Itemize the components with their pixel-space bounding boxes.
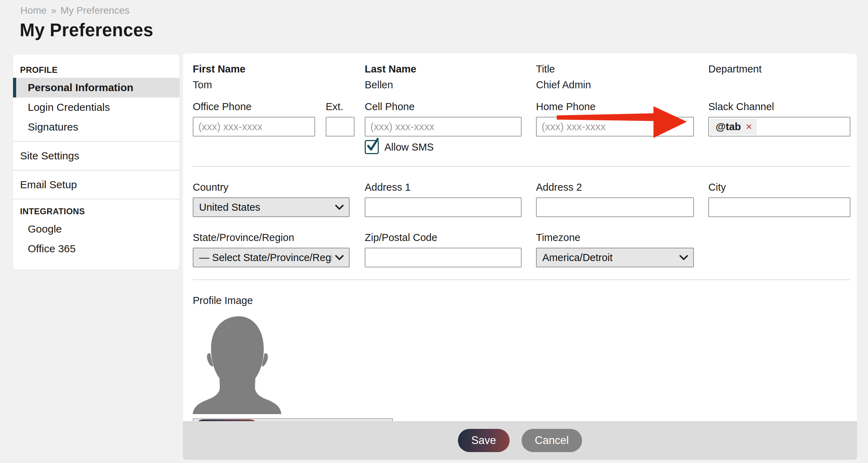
country-select[interactable]: United States <box>193 197 350 217</box>
sidebar-item-google[interactable]: Google <box>13 219 179 239</box>
field-office-phone: Office Phone Ext. <box>193 101 365 154</box>
checkmark-icon <box>366 138 381 154</box>
department-value <box>708 79 850 92</box>
sidebar-item-personal-information[interactable]: Personal Information <box>13 78 179 97</box>
first-name-label: First Name <box>193 63 365 75</box>
profile-image-label: Profile Image <box>193 295 850 306</box>
chevron-down-icon <box>679 255 688 260</box>
field-title: Title Chief Admin <box>536 63 708 92</box>
zip-label: Zip/Postal Code <box>365 232 536 243</box>
person-silhouette-icon <box>193 312 281 414</box>
sidebar-item-signatures[interactable]: Signatures <box>13 117 179 137</box>
sidebar-item-login-credentials[interactable]: Login Credentials <box>13 97 179 117</box>
field-country: Country United States <box>193 182 365 217</box>
field-home-phone: Home Phone <box>536 101 708 154</box>
sidebar-item-site-settings[interactable]: Site Settings <box>13 146 179 166</box>
sidebar-item-office-365[interactable]: Office 365 <box>13 239 179 259</box>
city-input[interactable] <box>708 197 850 217</box>
slack-channel-chip: @tab × <box>710 119 757 135</box>
allow-sms-checkbox[interactable] <box>365 140 379 154</box>
breadcrumb: Home » My Preferences <box>20 5 129 16</box>
address2-label: Address 2 <box>536 182 708 193</box>
sidebar-group-integrations: INTEGRATIONS Google Office 365 <box>13 199 179 262</box>
address1-input[interactable] <box>365 197 522 217</box>
timezone-label: Timezone <box>536 232 708 243</box>
cancel-button[interactable]: Cancel <box>522 429 582 452</box>
address1-label: Address 1 <box>365 182 536 193</box>
zip-input[interactable] <box>365 248 522 267</box>
save-button[interactable]: Save <box>458 429 510 452</box>
page-title: My Preferences <box>20 20 153 40</box>
field-state: State/Province/Region — Select State/Pro… <box>193 232 365 267</box>
ext-label: Ext. <box>326 101 355 113</box>
state-select-value: — Select State/Province/Region — <box>199 252 332 264</box>
sidebar-section-header-profile: PROFILE <box>13 62 179 78</box>
country-select-value: United States <box>199 202 332 213</box>
field-cell-phone: Cell Phone Allow SMS <box>365 101 536 154</box>
sidebar-section-header-integrations: INTEGRATIONS <box>13 204 179 219</box>
field-slack-channel: Slack Channel @tab × <box>708 101 850 154</box>
field-timezone: Timezone America/Detroit <box>536 232 708 267</box>
cell-phone-label: Cell Phone <box>365 101 536 113</box>
last-name-label: Last Name <box>365 63 536 75</box>
slack-channel-label: Slack Channel <box>708 101 850 113</box>
divider <box>193 166 850 167</box>
address2-input[interactable] <box>536 197 694 217</box>
office-phone-label: Office Phone <box>193 101 315 113</box>
home-phone-label: Home Phone <box>536 101 708 113</box>
divider <box>193 279 850 280</box>
ext-input[interactable] <box>326 117 355 137</box>
field-first-name: First Name Tom <box>193 63 365 92</box>
country-label: Country <box>193 182 365 193</box>
breadcrumb-home-link[interactable]: Home <box>20 5 47 16</box>
last-name-value: Bellen <box>365 79 536 92</box>
allow-sms-row: Allow SMS <box>365 140 536 154</box>
allow-sms-label: Allow SMS <box>384 141 434 153</box>
office-phone-input[interactable] <box>193 117 315 137</box>
sidebar-item-email-setup[interactable]: Email Setup <box>13 175 179 195</box>
timezone-select-value: America/Detroit <box>542 252 676 264</box>
profile-image-section: Profile Image choose file <box>193 295 850 437</box>
chevron-down-icon <box>335 204 344 210</box>
title-value: Chief Admin <box>536 79 708 92</box>
home-phone-input[interactable] <box>536 117 694 137</box>
title-label: Title <box>536 63 708 75</box>
field-zip: Zip/Postal Code <box>365 232 536 267</box>
footer-action-bar: Save Cancel <box>183 421 857 460</box>
timezone-select[interactable]: America/Detroit <box>536 248 694 267</box>
field-last-name: Last Name Bellen <box>365 63 536 92</box>
field-department: Department <box>708 63 850 92</box>
sidebar-group-site-settings: Site Settings <box>13 141 179 169</box>
sidebar-nav: PROFILE Personal Information Login Crede… <box>13 55 179 270</box>
state-select[interactable]: — Select State/Province/Region — <box>193 248 350 267</box>
sidebar-group-email-setup: Email Setup <box>13 170 179 198</box>
slack-channel-chip-text: @tab <box>716 121 741 133</box>
cell-phone-input[interactable] <box>365 117 522 137</box>
field-address2: Address 2 <box>536 182 708 217</box>
field-address1: Address 1 <box>365 182 536 217</box>
avatar-placeholder <box>193 312 281 414</box>
first-name-value: Tom <box>193 79 365 92</box>
department-label: Department <box>708 63 850 75</box>
city-label: City <box>708 182 850 193</box>
sidebar-group-profile: PROFILE Personal Information Login Crede… <box>13 61 179 140</box>
field-city: City <box>708 182 850 217</box>
slack-channel-input[interactable]: @tab × <box>708 117 850 137</box>
breadcrumb-separator: » <box>51 5 57 16</box>
chip-remove-icon[interactable]: × <box>746 121 752 132</box>
main-panel: First Name Tom Last Name Bellen Title Ch… <box>183 53 857 421</box>
chevron-down-icon <box>335 255 344 260</box>
breadcrumb-current: My Preferences <box>60 5 129 16</box>
state-label: State/Province/Region <box>193 232 365 243</box>
